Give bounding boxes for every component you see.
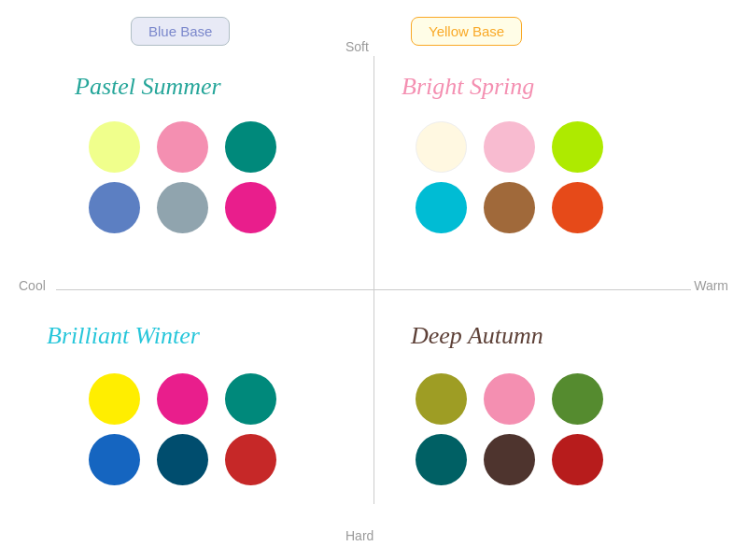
ps-color-5 <box>157 182 208 233</box>
da-color-4 <box>416 434 467 485</box>
pastel-summer-grid <box>89 121 276 233</box>
yellow-base-badge: Yellow Base <box>411 17 522 46</box>
bw-color-5 <box>157 434 208 485</box>
brilliant-winter-grid <box>89 373 276 485</box>
da-color-5 <box>484 434 535 485</box>
bw-color-4 <box>89 434 140 485</box>
pastel-summer-title: Pastel Summer <box>75 73 221 101</box>
ps-color-1 <box>89 121 140 173</box>
bw-color-3 <box>225 373 276 425</box>
da-color-6 <box>552 434 603 485</box>
ps-color-2 <box>157 121 208 173</box>
bw-color-1 <box>89 373 140 425</box>
blue-base-badge: Blue Base <box>131 17 230 46</box>
bw-color-2 <box>157 373 208 425</box>
vertical-axis <box>374 56 374 504</box>
bs-color-2 <box>484 121 535 173</box>
cool-label: Cool <box>19 278 46 293</box>
main-container: Soft Hard Cool Warm Blue Base Yellow Bas… <box>0 0 747 560</box>
da-color-1 <box>416 373 467 425</box>
warm-label: Warm <box>694 278 728 293</box>
bright-spring-grid <box>416 121 603 233</box>
bs-color-4 <box>416 182 467 233</box>
da-color-3 <box>552 373 603 425</box>
bs-color-6 <box>552 182 603 233</box>
bw-color-6 <box>225 434 276 485</box>
soft-label: Soft <box>345 39 369 54</box>
bs-color-1 <box>416 121 467 173</box>
ps-color-3 <box>225 121 276 173</box>
deep-autumn-grid <box>416 373 603 485</box>
ps-color-4 <box>89 182 140 233</box>
bs-color-3 <box>552 121 603 173</box>
deep-autumn-title: Deep Autumn <box>411 322 543 350</box>
da-color-2 <box>484 373 535 425</box>
bright-spring-title: Bright Spring <box>402 73 534 101</box>
bs-color-5 <box>484 182 535 233</box>
hard-label: Hard <box>345 528 374 543</box>
ps-color-6 <box>225 182 276 233</box>
brilliant-winter-title: Brilliant Winter <box>47 322 200 350</box>
